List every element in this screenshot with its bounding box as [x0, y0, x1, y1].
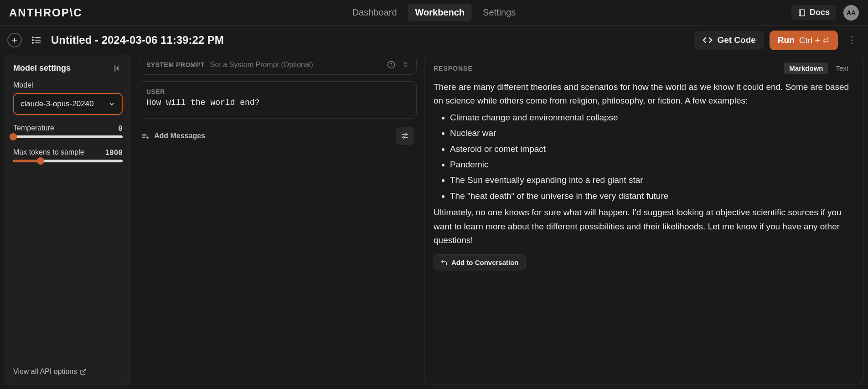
max-tokens-slider[interactable] [13, 160, 123, 162]
add-to-conversation-label: Add to Conversation [451, 259, 519, 266]
system-prompt-box[interactable]: SYSTEM PROMPT Set a System Prompt (Optio… [139, 55, 417, 75]
run-label: Run [778, 35, 795, 45]
model-select-value: claude-3-opus-20240 [21, 99, 94, 109]
svg-point-23 [403, 137, 404, 138]
temperature-value: 0 [118, 124, 123, 133]
response-list: Climate change and environmental collaps… [434, 111, 854, 203]
max-tokens-value: 1000 [105, 148, 123, 157]
run-button[interactable]: Run Ctrl + ⏎ [770, 31, 838, 50]
list-item: The Sun eventually expanding into a red … [450, 173, 854, 187]
toolbar: Untitled - 2024-03-06 11:39:22 PM Get Co… [0, 26, 868, 55]
list-item: Pandemic [450, 158, 854, 171]
svg-line-11 [83, 369, 86, 372]
nav-workbench[interactable]: Workbench [408, 4, 472, 21]
tab-text[interactable]: Text [830, 62, 854, 74]
svg-point-7 [32, 37, 33, 38]
svg-point-14 [391, 63, 392, 64]
svg-point-8 [32, 40, 33, 41]
book-icon [798, 9, 806, 17]
temperature-label: Temperature [13, 124, 54, 133]
main-nav: Dashboard Workbench Settings [345, 4, 523, 21]
tab-markdown[interactable]: Markdown [784, 62, 828, 74]
get-code-button[interactable]: Get Code [694, 31, 764, 50]
logo: ANTHROP\C [9, 6, 83, 19]
message-settings-button[interactable] [396, 127, 414, 145]
svg-point-21 [405, 134, 407, 135]
nav-settings[interactable]: Settings [475, 4, 523, 21]
response-label: RESPONSE [434, 65, 473, 72]
topbar: ANTHROP\C Dashboard Workbench Settings D… [0, 0, 868, 26]
svg-point-9 [32, 42, 33, 43]
max-tokens-label: Max tokens to sample [13, 148, 84, 157]
page-title: Untitled - 2024-03-06 11:39:22 PM [51, 34, 224, 47]
docs-label: Docs [810, 8, 830, 17]
view-all-api-options[interactable]: View all API options [13, 368, 123, 376]
add-messages-label: Add Messages [154, 132, 205, 140]
expand-icon[interactable] [402, 61, 409, 69]
add-messages-button[interactable]: Add Messages [141, 132, 205, 140]
avatar[interactable]: AA [843, 5, 859, 21]
list-item: Nuclear war [450, 126, 854, 140]
model-settings-panel: Model settings Model claude-3-opus-20240… [5, 55, 131, 384]
svg-rect-0 [799, 10, 805, 16]
info-icon[interactable] [387, 61, 395, 69]
docs-button[interactable]: Docs [791, 5, 836, 20]
main: Model settings Model claude-3-opus-20240… [0, 55, 868, 389]
list-item: Asteroid or comet impact [450, 142, 854, 156]
list-item: Climate change and environmental collaps… [450, 111, 854, 124]
get-code-label: Get Code [717, 35, 755, 45]
chevron-down-icon [108, 100, 115, 108]
response-body: There are many different theories and sc… [434, 80, 854, 247]
more-menu-icon[interactable]: ⋮ [843, 34, 861, 46]
response-intro: There are many different theories and sc… [434, 80, 854, 108]
user-message-box[interactable]: USER How will the world end? [139, 81, 417, 119]
model-select[interactable]: claude-3-opus-20240 [13, 93, 123, 115]
nav-dashboard[interactable]: Dashboard [345, 4, 404, 21]
external-link-icon [80, 368, 87, 375]
prompt-column: SYSTEM PROMPT Set a System Prompt (Optio… [139, 55, 417, 384]
reply-icon [440, 259, 448, 266]
collapse-icon[interactable] [114, 64, 123, 73]
code-icon [703, 35, 713, 45]
model-label: Model [13, 81, 123, 89]
user-label: USER [146, 88, 409, 95]
response-outro: Ultimately, no one knows for sure what w… [434, 206, 854, 247]
response-panel: RESPONSE Markdown Text There are many di… [424, 55, 863, 384]
list-item: The "heat death" of the universe in the … [450, 189, 854, 203]
add-to-conversation-button[interactable]: Add to Conversation [434, 254, 526, 270]
user-text[interactable]: How will the world end? [146, 98, 409, 107]
sliders-icon [400, 131, 409, 140]
system-prompt-placeholder: Set a System Prompt (Optional) [210, 61, 382, 69]
temperature-slider[interactable] [13, 135, 123, 138]
system-prompt-label: SYSTEM PROMPT [146, 61, 205, 68]
sidebar-title: Model settings [13, 63, 71, 73]
run-shortcut: Ctrl + ⏎ [799, 35, 830, 46]
list-icon[interactable] [29, 33, 44, 47]
add-lines-icon [141, 132, 150, 140]
new-prompt-button[interactable] [7, 33, 22, 47]
